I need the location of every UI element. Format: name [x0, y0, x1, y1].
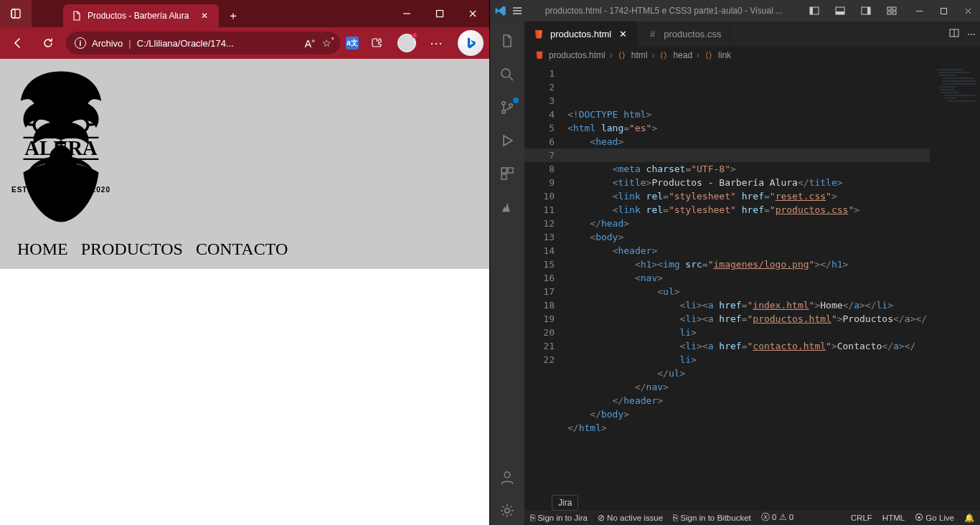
svg-point-35: [505, 509, 509, 513]
vscode-maximize-button[interactable]: [931, 0, 956, 22]
svg-rect-21: [892, 7, 896, 10]
nav-productos[interactable]: PRODUCTOS: [81, 240, 183, 259]
address-label: Archivo: [92, 38, 123, 49]
activity-bar: [490, 22, 524, 525]
svg-rect-31: [501, 168, 507, 173]
tab-close-button[interactable]: ✕: [199, 10, 210, 22]
editor-tab-label: productos.css: [664, 29, 721, 39]
browser-toolbar: i Archivo | C:/Lliliana/Oracle/174... A»…: [0, 27, 489, 59]
files-icon: [499, 33, 516, 50]
vscode-menu-button[interactable]: [509, 0, 526, 22]
bing-sidebar-button[interactable]: [458, 30, 484, 56]
vscode-window: productos.html - 1742-HTML5 e CSS3 parte…: [490, 0, 980, 525]
svg-text:ALURA: ALURA: [24, 137, 98, 159]
browser-tab[interactable]: Productos - Barbería Alura ✕: [63, 4, 219, 27]
tab-actions-button[interactable]: [0, 0, 32, 27]
accounts-activity[interactable]: [490, 463, 524, 492]
extensions-button[interactable]: [364, 31, 389, 55]
tab-actions-icon: [10, 8, 22, 19]
address-bar[interactable]: i Archivo | C:/Lliliana/Oracle/174... A»…: [66, 32, 340, 55]
minimap[interactable]: [930, 64, 980, 509]
atlassian-activity[interactable]: [490, 192, 524, 221]
svg-rect-33: [501, 174, 507, 179]
search-activity[interactable]: [490, 60, 524, 89]
page-icon: [72, 11, 82, 21]
search-icon: [499, 66, 516, 83]
svg-point-29: [502, 110, 506, 114]
editor-tab-productos-html[interactable]: productos.html ✕: [524, 22, 638, 47]
customize-layout-button[interactable]: [880, 0, 904, 22]
browser-titlebar: Productos - Barbería Alura ✕ ＋: [0, 0, 489, 27]
vscode-minimize-button[interactable]: [907, 0, 931, 22]
editor-area: productos.html ✕ # productos.css ⋯ produ…: [524, 22, 980, 525]
nav-contacto[interactable]: CONTACTO: [196, 240, 288, 259]
refresh-button[interactable]: [36, 31, 60, 55]
window-minimize-button[interactable]: [390, 0, 423, 27]
toggle-panel-right-button[interactable]: [854, 0, 878, 22]
status-notifications[interactable]: 🔔: [964, 513, 974, 523]
explorer-activity[interactable]: [490, 27, 524, 56]
back-button[interactable]: [6, 31, 30, 55]
svg-rect-19: [867, 7, 870, 14]
svg-rect-22: [887, 11, 891, 14]
translate-button[interactable]: a文: [346, 37, 359, 49]
page-viewport[interactable]: ALURA ESTD 2020 HOME PRODUCTOS CONTACTO: [0, 59, 489, 525]
source-control-activity[interactable]: [490, 93, 524, 122]
line-gutter: 12345678910111213141516171819202122: [524, 64, 565, 509]
status-go-live[interactable]: ⦿ Go Live: [915, 514, 954, 522]
status-sign-in-jira[interactable]: ⎘ Sign in to Jira: [530, 514, 588, 522]
code-editor[interactable]: 12345678910111213141516171819202122 <!DO…: [524, 64, 980, 509]
site-info-icon[interactable]: i: [75, 37, 86, 49]
run-debug-activity[interactable]: [490, 126, 524, 155]
status-sign-in-bitbucket[interactable]: ⎘ Sign in to Bitbucket: [673, 514, 751, 522]
svg-line-10: [87, 124, 96, 126]
status-no-active-issue[interactable]: ⊘ No active issue: [598, 513, 663, 523]
split-editor-button[interactable]: [948, 27, 960, 41]
scm-badge-icon: [513, 98, 519, 103]
settings-activity[interactable]: [490, 496, 524, 525]
svg-point-30: [509, 104, 513, 108]
status-language[interactable]: HTML: [882, 514, 905, 522]
vscode-close-button[interactable]: [956, 0, 980, 22]
vscode-window-title: productos.html - 1742-HTML5 e CSS3 parte…: [526, 6, 802, 16]
account-icon: [499, 469, 516, 486]
profile-button[interactable]: [395, 31, 419, 55]
editor-tab-close[interactable]: ✕: [617, 29, 628, 40]
editor-tab-label: productos.html: [550, 29, 611, 39]
breadcrumb[interactable]: productos.html› ⟨⟩ html› ⟨⟩ head› ⟨⟩ lin…: [524, 47, 980, 64]
editor-tab-productos-css[interactable]: # productos.css: [638, 22, 730, 47]
extensions-activity[interactable]: [490, 159, 524, 188]
vscode-titlebar: productos.html - 1742-HTML5 e CSS3 parte…: [490, 0, 980, 22]
editor-tabbar: productos.html ✕ # productos.css ⋯: [524, 22, 980, 47]
svg-rect-25: [941, 8, 946, 14]
favorite-button[interactable]: ☆✦: [322, 37, 331, 49]
page-header: ALURA ESTD 2020 HOME PRODUCTOS CONTACTO: [0, 59, 489, 269]
toggle-panel-left-button[interactable]: [802, 0, 826, 22]
svg-line-9: [26, 124, 35, 126]
svg-rect-1: [11, 9, 15, 18]
edge-browser: Productos - Barbería Alura ✕ ＋ i Archivo…: [0, 0, 490, 525]
bracket-icon: ⟨⟩: [617, 50, 627, 60]
code-content[interactable]: <!DOCTYPE html><html lang="es"> <head> <…: [565, 64, 930, 509]
reader-mode-icon[interactable]: A»: [305, 37, 315, 49]
logo: ALURA ESTD 2020: [7, 66, 115, 235]
svg-rect-3: [437, 11, 443, 17]
atlassian-icon: [499, 199, 515, 214]
editor-more-button[interactable]: ⋯: [967, 29, 976, 39]
status-problems[interactable]: ⓧ 0 ⚠ 0: [761, 512, 793, 523]
html-file-icon: [533, 29, 545, 40]
css-file-icon: #: [646, 29, 658, 40]
new-tab-button[interactable]: ＋: [223, 6, 243, 26]
status-bar: ⎘ Sign in to Jira ⊘ No active issue ⎘ Si…: [524, 509, 980, 525]
browser-menu-button[interactable]: ⋯: [425, 31, 449, 55]
hamburger-icon: [512, 5, 523, 16]
html-file-icon: [534, 50, 545, 60]
window-close-button[interactable]: [456, 0, 489, 27]
site-nav: HOME PRODUCTOS CONTACTO: [7, 235, 482, 265]
nav-home[interactable]: HOME: [17, 240, 68, 259]
status-eol[interactable]: CRLF: [851, 514, 872, 522]
svg-rect-23: [892, 11, 896, 14]
svg-rect-15: [810, 7, 813, 14]
toggle-panel-bottom-button[interactable]: [828, 0, 852, 22]
window-maximize-button[interactable]: [423, 0, 456, 27]
